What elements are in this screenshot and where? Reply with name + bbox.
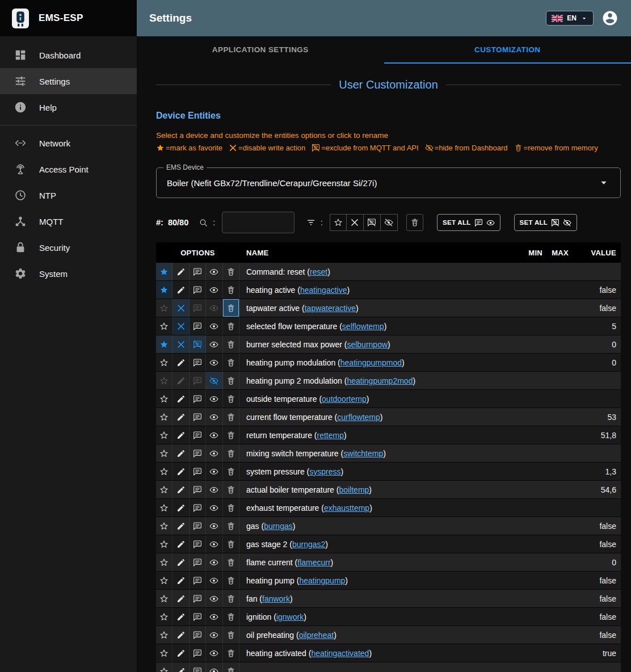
entity-link[interactable]: exhausttemp [324,503,369,513]
sidebar-item-ntp[interactable]: NTP [0,182,137,208]
tab-application-settings[interactable]: APPLICATION SETTINGS [137,36,384,64]
entity-link[interactable]: selflowtemp [342,322,384,331]
hide-dashboard-toggle[interactable] [206,590,222,607]
favorite-toggle[interactable] [156,463,173,480]
entity-link[interactable]: heatingpump [299,576,345,585]
hide-dashboard-toggle[interactable] [206,372,222,389]
sidebar-item-dashboard[interactable]: Dashboard [0,42,137,68]
exclude-mqtt-toggle[interactable] [190,553,206,571]
hide-dashboard-toggle[interactable] [206,626,222,644]
favorite-toggle[interactable] [156,444,173,462]
favorite-toggle[interactable] [156,499,173,516]
ems-device-select[interactable]: EMS Device Boiler (Nefit GBx72/Trendline… [156,167,621,198]
hide-dashboard-toggle[interactable] [206,481,222,498]
remove-memory-toggle[interactable] [223,354,239,371]
sidebar-item-security[interactable]: Security [0,234,137,261]
favorite-toggle[interactable] [156,553,173,571]
exclude-mqtt-toggle[interactable] [190,499,206,516]
disable-write-toggle[interactable] [173,408,189,426]
hide-dashboard-toggle[interactable] [206,535,222,553]
set-all-visible-button[interactable]: SET ALL [437,214,500,231]
entity-link[interactable]: ignwork [276,612,304,621]
hide-dashboard-toggle[interactable] [206,263,222,280]
hide-dashboard-toggle[interactable] [206,426,222,444]
remove-memory-toggle[interactable] [223,463,239,480]
remove-memory-toggle[interactable] [223,572,239,589]
hide-dashboard-toggle[interactable] [206,354,222,371]
exclude-mqtt-toggle[interactable] [190,390,206,408]
exclude-mqtt-toggle[interactable] [190,263,206,280]
remove-memory-toggle[interactable] [223,553,239,571]
disable-write-toggle[interactable] [173,263,189,280]
remove-memory-toggle[interactable] [223,408,239,426]
entity-link[interactable]: heatingpump2mod [347,376,413,385]
entity-link[interactable]: syspress [309,467,340,476]
sidebar-item-mqtt[interactable]: MQTT [0,208,137,234]
favorite-toggle[interactable] [156,299,173,317]
hide-dashboard-toggle[interactable] [206,317,222,335]
entity-link[interactable]: fanwork [262,594,290,603]
remove-memory-toggle[interactable] [223,335,239,353]
disable-write-toggle[interactable] [173,608,189,625]
hide-dashboard-toggle[interactable] [206,408,222,426]
sidebar-item-network[interactable]: Network [0,130,137,156]
remove-memory-toggle[interactable] [223,372,239,389]
hide-dashboard-toggle[interactable] [206,390,222,408]
exclude-mqtt-toggle[interactable] [190,444,206,462]
disable-write-toggle[interactable] [173,590,189,607]
entity-link[interactable]: heatingpumpmod [340,358,402,367]
favorite-toggle[interactable] [156,517,173,535]
filter-favorite-toggle[interactable] [330,214,347,231]
exclude-mqtt-toggle[interactable] [190,299,206,317]
entity-link[interactable]: burngas2 [292,540,325,549]
entity-link[interactable]: outdoortemp [322,394,367,404]
remove-memory-toggle[interactable] [223,590,239,607]
exclude-mqtt-toggle[interactable] [190,572,206,589]
sidebar-item-access-point[interactable]: Access Point [0,156,137,182]
disable-write-toggle[interactable] [173,372,189,389]
favorite-toggle[interactable] [156,644,173,662]
exclude-mqtt-toggle[interactable] [190,372,206,389]
filter-disable-write-toggle[interactable] [347,214,364,231]
disable-write-toggle[interactable] [173,299,189,317]
exclude-mqtt-toggle[interactable] [190,626,206,644]
remove-memory-toggle[interactable] [223,644,239,662]
hide-dashboard-toggle[interactable] [206,553,222,571]
hide-dashboard-toggle[interactable] [206,299,222,317]
favorite-toggle[interactable] [156,281,173,299]
exclude-mqtt-toggle[interactable] [190,463,206,480]
entity-link[interactable]: curflowtemp [337,413,380,422]
disable-write-toggle[interactable] [173,354,189,371]
hide-dashboard-toggle[interactable] [206,644,222,662]
hide-dashboard-toggle[interactable] [206,335,222,353]
exclude-mqtt-toggle[interactable] [190,426,206,444]
disable-write-toggle[interactable] [173,553,189,571]
hide-dashboard-toggle[interactable] [206,463,222,480]
exclude-mqtt-toggle[interactable] [190,590,206,607]
remove-memory-toggle[interactable] [223,390,239,408]
favorite-toggle[interactable] [156,662,173,672]
disable-write-toggle[interactable] [173,517,189,535]
favorite-toggle[interactable] [156,372,173,389]
remove-memory-toggle[interactable] [223,517,239,535]
favorite-toggle[interactable] [156,590,173,607]
sidebar-item-system[interactable]: System [0,261,137,287]
disable-write-toggle[interactable] [173,426,189,444]
disable-write-toggle[interactable] [173,444,189,462]
disable-write-toggle[interactable] [173,481,189,498]
hide-dashboard-toggle[interactable] [206,572,222,589]
filter-delete-toggle[interactable] [406,214,423,231]
favorite-toggle[interactable] [156,354,173,371]
remove-memory-toggle[interactable] [223,626,239,644]
exclude-mqtt-toggle[interactable] [190,408,206,426]
account-icon[interactable] [601,10,619,27]
disable-write-toggle[interactable] [173,572,189,589]
entity-link[interactable]: heatingactivated [311,649,369,658]
favorite-toggle[interactable] [156,390,173,408]
favorite-toggle[interactable] [156,626,173,644]
favorite-toggle[interactable] [156,572,173,589]
exclude-mqtt-toggle[interactable] [190,535,206,553]
disable-write-toggle[interactable] [173,317,189,335]
favorite-toggle[interactable] [156,426,173,444]
remove-memory-toggle[interactable] [223,499,239,516]
